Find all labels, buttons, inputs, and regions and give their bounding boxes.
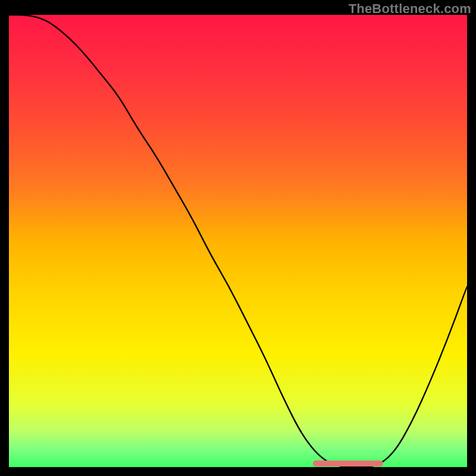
chart-frame: TheBottleneck.com <box>0 0 476 476</box>
gradient-background <box>9 15 467 467</box>
watermark-label: TheBottleneck.com <box>349 1 471 17</box>
plot-area <box>9 15 467 467</box>
gradient-rect <box>9 15 467 467</box>
